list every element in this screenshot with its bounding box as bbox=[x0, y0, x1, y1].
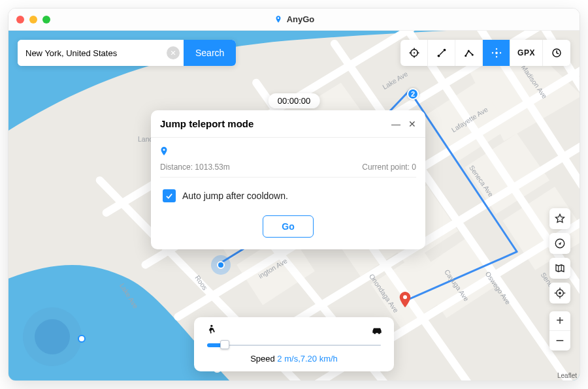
svg-line-36 bbox=[440, 51, 444, 55]
speed-label: Speed 2 m/s,7.20 km/h bbox=[204, 354, 384, 364]
mode-toolbar: GPX bbox=[400, 40, 570, 66]
window-controls bbox=[16, 16, 50, 23]
titlebar: AnyGo bbox=[8, 8, 580, 31]
minimize-window-button[interactable] bbox=[29, 16, 37, 23]
route-point-badge: 2 bbox=[407, 88, 419, 100]
multi-spot-mode-button[interactable] bbox=[455, 40, 483, 66]
zoom-out-button[interactable]: − bbox=[549, 331, 570, 350]
joystick-handle-icon[interactable] bbox=[78, 335, 86, 343]
compass-button[interactable] bbox=[549, 233, 570, 254]
car-icon bbox=[370, 324, 384, 339]
destination-pin-icon bbox=[399, 292, 411, 310]
distance-text: Distance: 1013.53m bbox=[160, 163, 230, 172]
pin-icon bbox=[274, 15, 283, 24]
walk-icon bbox=[204, 324, 218, 339]
map-canvas[interactable]: Lake Ave Lafayette Ave Madison Ave Senec… bbox=[8, 31, 580, 381]
app-title-text: AnyGo bbox=[287, 14, 315, 24]
jump-teleport-mode-button[interactable] bbox=[483, 40, 510, 66]
svg-point-0 bbox=[277, 17, 279, 19]
search-button[interactable]: Search bbox=[184, 40, 236, 66]
svg-point-40 bbox=[495, 52, 498, 54]
zoom-controls: + − bbox=[549, 311, 570, 350]
recenter-button[interactable] bbox=[549, 283, 570, 303]
route-timer: 00:00:00 bbox=[269, 93, 320, 108]
svg-point-53 bbox=[559, 292, 561, 294]
search-input[interactable] bbox=[18, 40, 167, 66]
svg-point-47 bbox=[163, 149, 165, 151]
svg-point-42 bbox=[495, 56, 497, 57]
svg-point-34 bbox=[437, 55, 440, 57]
map-style-button[interactable] bbox=[549, 258, 570, 279]
history-button[interactable] bbox=[543, 40, 570, 66]
speed-panel: Speed 2 m/s,7.20 km/h bbox=[194, 317, 394, 371]
search-wrap: Search bbox=[18, 40, 236, 66]
teleport-mode-button[interactable] bbox=[400, 40, 428, 66]
svg-point-48 bbox=[210, 325, 212, 327]
app-window: AnyGo bbox=[8, 8, 580, 381]
two-spot-mode-button[interactable] bbox=[428, 40, 455, 66]
svg-point-41 bbox=[495, 48, 497, 50]
dialog-meta: Distance: 1013.53m Current point: 0 bbox=[160, 163, 416, 178]
go-button[interactable]: Go bbox=[263, 215, 313, 238]
svg-point-46 bbox=[403, 295, 407, 299]
dialog-title: Jump teleport mode bbox=[160, 118, 253, 129]
minimize-dialog-button[interactable]: — bbox=[391, 119, 400, 129]
jump-teleport-dialog: Jump teleport mode — ✕ Distance: 1013.53… bbox=[151, 110, 425, 249]
svg-point-33 bbox=[413, 52, 414, 54]
current-location-dot bbox=[211, 255, 231, 275]
speed-slider-knob[interactable] bbox=[220, 340, 229, 349]
auto-jump-checkbox[interactable] bbox=[163, 189, 176, 202]
map-side-tools: + − bbox=[549, 208, 570, 350]
route-start-pin-icon bbox=[160, 143, 416, 163]
virtual-joystick[interactable] bbox=[23, 307, 82, 366]
close-dialog-button[interactable]: ✕ bbox=[408, 119, 416, 129]
clear-icon[interactable] bbox=[167, 46, 180, 59]
close-window-button[interactable] bbox=[16, 16, 24, 23]
app-title: AnyGo bbox=[274, 14, 315, 24]
svg-point-35 bbox=[443, 49, 446, 52]
svg-point-44 bbox=[499, 52, 500, 54]
speed-slider[interactable] bbox=[207, 343, 381, 347]
auto-jump-label: Auto jump after cooldown. bbox=[182, 191, 288, 201]
top-controls: Search GPX bbox=[18, 40, 570, 66]
svg-point-43 bbox=[491, 52, 493, 54]
map-attribution: Leaflet bbox=[557, 372, 577, 379]
current-point-text: Current point: 0 bbox=[362, 163, 416, 172]
gpx-button[interactable]: GPX bbox=[510, 40, 543, 66]
fullscreen-window-button[interactable] bbox=[42, 16, 50, 23]
zoom-in-button[interactable]: + bbox=[549, 311, 570, 331]
dialog-header: Jump teleport mode — ✕ bbox=[151, 110, 425, 138]
favorite-button[interactable] bbox=[549, 208, 570, 229]
